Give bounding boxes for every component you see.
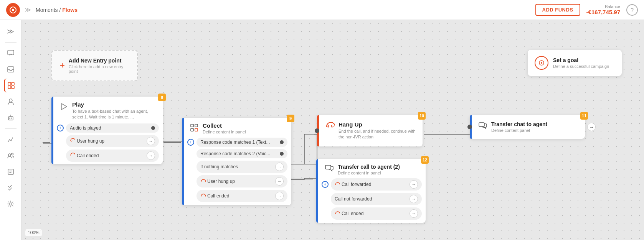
- svg-point-11: [11, 118, 12, 119]
- goal-icon: [535, 56, 548, 70]
- transfer-call-subtitle: Define content in panel: [338, 171, 400, 175]
- balance-label: Balance: [586, 4, 620, 9]
- svg-rect-22: [195, 128, 198, 131]
- svg-point-14: [11, 153, 13, 155]
- play-output-hung: User hung up →: [66, 135, 159, 147]
- hangup-icon-ended: [70, 152, 75, 159]
- collect-badge: 9: [287, 115, 294, 122]
- call-ended-transfer-output: Call ended →: [331, 207, 422, 220]
- arrow-btn-hung[interactable]: →: [147, 137, 155, 145]
- topbar: ≫ Moments / Flows ADD FUNDS Balance -€16…: [0, 0, 644, 20]
- arrow-collect-ended[interactable]: →: [275, 192, 284, 200]
- arrow-call-ended-transfer[interactable]: →: [410, 209, 418, 218]
- entry-plus-icon: +: [60, 61, 65, 71]
- svg-point-18: [541, 62, 542, 64]
- play-icon: [59, 102, 68, 113]
- spacer-c4: [187, 192, 194, 199]
- goal-node[interactable]: Set a goal Define a successful campaign: [528, 50, 622, 76]
- chevrons-icon: ≫: [25, 6, 31, 13]
- svg-rect-23: [479, 123, 484, 127]
- connector-2: [280, 152, 284, 156]
- play-node[interactable]: 8 Play To have a text-based chat with an…: [51, 97, 163, 164]
- spacer-t2: [322, 210, 329, 217]
- collect-output-2: Response code matches 2 (Voic...: [197, 149, 287, 158]
- arrow-btn-ended[interactable]: →: [147, 151, 155, 160]
- breadcrumb: Moments / Flows: [36, 7, 78, 13]
- hangup-badge: 10: [418, 112, 426, 120]
- svg-rect-19: [191, 124, 193, 127]
- hangup-icon: [325, 121, 335, 132]
- arrow-nothing[interactable]: →: [275, 163, 284, 171]
- sidebar-item-inbox[interactable]: [4, 62, 18, 76]
- spacer-c3: [187, 178, 194, 185]
- sidebar-item-checklist[interactable]: [4, 181, 18, 195]
- hangup-node[interactable]: 10 Hang Up End the call, and if needed, …: [317, 115, 423, 146]
- sidebar-divider-2: [5, 128, 17, 129]
- arrow-not-forwarded[interactable]: →: [410, 195, 418, 203]
- collect-output-1-label: Response code matches 1 (Text...: [200, 140, 270, 145]
- logo[interactable]: [6, 3, 20, 17]
- goal-subtitle: Define a successful campaign: [553, 64, 609, 69]
- sidebar-item-settings[interactable]: [4, 197, 18, 211]
- entry-title: Add New Entry point: [69, 58, 129, 64]
- svg-point-8: [9, 99, 12, 102]
- play-output-audio: Audio is played: [66, 123, 159, 133]
- sidebar: ≫: [0, 20, 21, 240]
- balance-area: Balance -€167,745.97: [586, 4, 620, 15]
- arrow-forwarded[interactable]: →: [410, 180, 418, 189]
- sidebar-item-expand[interactable]: ≫: [4, 25, 18, 38]
- transfer-chat-node[interactable]: 11 → Transfer chat to agent Define conte…: [470, 115, 585, 139]
- transfer-call-title: Transfer call to agent (2): [338, 164, 400, 170]
- transfer-call-icon: [325, 164, 334, 174]
- svg-point-10: [9, 118, 10, 119]
- transfer-chat-left-connector: [467, 125, 472, 129]
- collect-output-ended: Call ended →: [197, 190, 287, 202]
- arrow-collect-hung[interactable]: →: [275, 177, 284, 186]
- spacer: [57, 138, 64, 145]
- svg-rect-9: [8, 117, 13, 120]
- sidebar-item-flows[interactable]: [4, 79, 18, 92]
- sidebar-item-chat[interactable]: [4, 46, 18, 60]
- svg-rect-20: [195, 124, 198, 127]
- add-collect-output[interactable]: +: [187, 139, 194, 146]
- transfer-call-node[interactable]: 12 Transfer call to agent (2) Define con…: [316, 159, 426, 223]
- add-output-button[interactable]: +: [57, 125, 64, 132]
- collect-hung-label: User hung up: [207, 179, 235, 184]
- hangup-subtitle: End the call, and if needed, continue wi…: [339, 128, 416, 140]
- balance-amount: -€167,745.97: [586, 9, 620, 15]
- collect-subtitle: Define content in panel: [203, 130, 246, 134]
- svg-point-13: [8, 154, 11, 156]
- svg-point-1: [12, 9, 14, 11]
- transfer-chat-badge: 11: [580, 112, 588, 120]
- call-ended-transfer-label: Call ended: [342, 211, 363, 216]
- transfer-chat-arrow[interactable]: →: [587, 123, 596, 131]
- collect-hung-icon: [200, 179, 206, 184]
- sidebar-item-bot[interactable]: [4, 111, 18, 125]
- connector-1: [280, 140, 284, 144]
- svg-point-16: [10, 203, 12, 205]
- sidebar-item-analytics[interactable]: [4, 133, 18, 146]
- play-badge: 8: [158, 94, 166, 101]
- play-subtitle: To have a text-based chat with an agent,…: [72, 108, 157, 120]
- collect-node[interactable]: 9 Collect Define content in panel + Resp…: [182, 118, 291, 205]
- collect-output-hung: User hung up →: [197, 175, 287, 187]
- connector-dot-audio: [151, 126, 155, 130]
- add-funds-button[interactable]: ADD FUNDS: [535, 4, 580, 16]
- help-button[interactable]: ?: [626, 4, 638, 16]
- flow-canvas[interactable]: + Add New Entry point Click here to add …: [21, 20, 644, 240]
- sidebar-item-contacts[interactable]: [4, 95, 18, 108]
- collect-icon: [190, 123, 199, 135]
- svg-rect-4: [8, 82, 11, 85]
- svg-rect-7: [12, 86, 14, 89]
- spacer2: [57, 152, 64, 159]
- add-transfer-output[interactable]: +: [322, 181, 329, 188]
- entry-node[interactable]: + Add New Entry point Click here to add …: [51, 50, 138, 81]
- svg-rect-21: [191, 128, 193, 131]
- hangup-icon-hung: [70, 138, 75, 144]
- svg-point-12: [10, 115, 11, 115]
- play-output-ended: Call ended →: [66, 150, 159, 162]
- sidebar-item-templates[interactable]: [4, 165, 18, 179]
- call-forwarded-output: Call forwarded →: [331, 178, 422, 191]
- sidebar-item-audience[interactable]: [4, 149, 18, 163]
- collect-output-1: Response code matches 1 (Text...: [197, 138, 287, 147]
